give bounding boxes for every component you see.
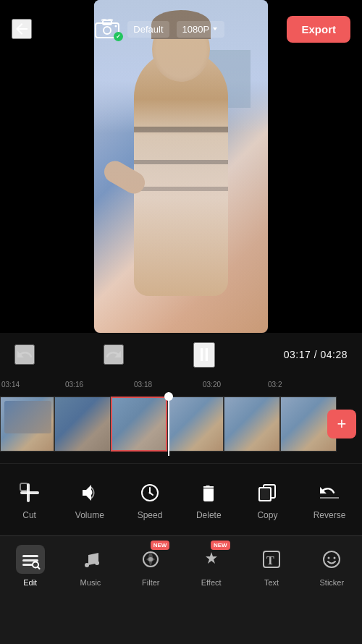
delete-icon [195,480,222,506]
svg-rect-15 [22,564,33,566]
nav-music[interactable]: Music [76,545,105,587]
chevron-down-icon [211,25,219,33]
header: Default 1080P Export [0,0,362,58]
clip-1[interactable] [0,397,54,452]
svg-rect-11 [259,488,271,501]
svg-rect-13 [22,555,38,557]
undo-button[interactable] [14,344,35,365]
redo-button[interactable] [104,344,124,365]
sticker-icon [317,545,346,574]
nav-bar: Edit Music NEW Filter NEW [0,535,362,644]
clip-5[interactable] [224,397,280,452]
music-icon [76,545,105,574]
tool-volume-label: Volume [75,510,104,520]
add-clip-icon: + [337,415,347,433]
nav-sticker-label: Sticker [319,578,344,587]
tool-reverse[interactable]: Reverse [313,480,346,520]
tool-cut[interactable]: Cut [17,480,43,520]
volume-icon [77,480,103,506]
nav-filter-label: Filter [142,578,159,587]
reverse-icon [316,480,342,506]
svg-point-18 [85,563,89,567]
tool-delete-label: Delete [196,510,222,520]
svg-point-19 [95,561,99,565]
ruler-mark-2: 03:16 [65,381,83,389]
clip-3[interactable] [111,397,167,452]
svg-point-24 [324,551,340,567]
nav-sticker[interactable]: Sticker [317,545,346,587]
speed-icon [137,480,163,506]
copy-icon [254,480,280,506]
nav-edit-label: Edit [23,578,37,587]
edit-icon [16,545,45,574]
camera-icon-wrap[interactable] [94,19,120,39]
nav-filter[interactable]: NEW Filter [136,545,165,587]
quality-label[interactable]: Default [127,21,169,38]
tool-delete[interactable]: Delete [195,480,222,520]
text-icon: T [257,545,286,574]
nav-edit[interactable]: Edit [16,545,45,587]
timecode: 03:17 / 04:28 [284,349,348,360]
svg-point-3 [115,25,117,27]
export-button[interactable]: Export [287,16,350,43]
nav-music-label: Music [80,578,101,587]
clip-4[interactable] [167,397,224,452]
header-center: Default 1080P [94,19,224,39]
timeline-clips[interactable]: + [0,392,362,456]
bottom-toolbar: Cut Volume Speed Delete [0,463,362,535]
svg-text:T: T [266,554,274,567]
playhead [168,392,169,456]
svg-point-25 [328,557,330,559]
svg-point-21 [148,557,153,562]
svg-point-26 [334,557,336,559]
cut-icon [17,480,43,506]
nav-effect-label: Effect [201,578,222,587]
svg-line-17 [38,567,40,569]
svg-rect-6 [20,483,28,491]
nav-effect[interactable]: NEW Effect [197,545,226,587]
tool-copy-label: Copy [257,510,277,520]
nav-text[interactable]: T Text [257,545,286,587]
playback-controls: ⏸ 03:17 / 04:28 [0,333,362,376]
back-button[interactable] [12,19,32,39]
tool-reverse-label: Reverse [313,510,346,520]
camera-check-badge [114,32,123,41]
svg-point-1 [104,27,111,34]
tool-cut-label: Cut [22,510,36,520]
tool-copy[interactable]: Copy [254,480,280,520]
pause-button[interactable]: ⏸ [193,342,215,368]
tool-speed-label: Speed [138,510,163,520]
nav-text-label: Text [264,578,279,587]
tool-speed[interactable]: Speed [137,480,163,520]
ruler-mark-5: 03:2 [268,381,282,389]
timeline-section: 03:14 03:16 03:18 03:20 03:2 [0,376,362,463]
svg-point-8 [149,491,151,493]
ruler-mark-4: 03:20 [203,381,221,389]
clip-2[interactable] [54,397,111,452]
tool-volume[interactable]: Volume [75,480,104,520]
ruler-mark-1: 03:14 [1,381,20,389]
timeline-ruler: 03:14 03:16 03:18 03:20 03:2 [0,376,362,392]
add-clip-button[interactable]: + [327,410,356,438]
resolution-label[interactable]: 1080P [177,21,225,38]
ruler-mark-3: 03:18 [134,381,152,389]
